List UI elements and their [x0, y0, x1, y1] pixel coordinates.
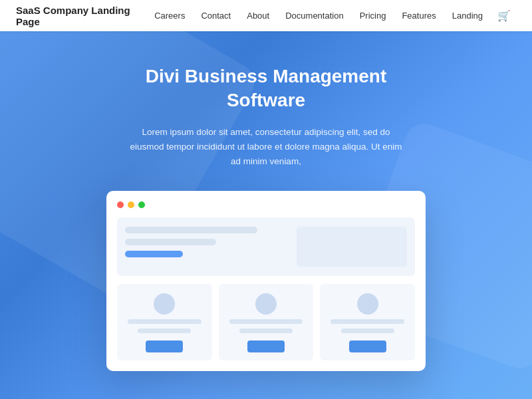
nav-pricing[interactable]: Pricing [353, 7, 393, 25]
card-1-line-2 [138, 329, 191, 333]
mockup-bar-1 [125, 227, 257, 233]
mockup-text-block [125, 227, 290, 267]
card-3-line-2 [341, 329, 394, 333]
nav-careers[interactable]: Careers [148, 7, 192, 25]
mockup-card-2 [219, 284, 314, 360]
nav-documentation[interactable]: Documentation [279, 7, 350, 25]
card-1-line-1 [128, 319, 201, 324]
nav-about[interactable]: About [240, 7, 276, 25]
card-3-avatar [357, 293, 378, 315]
nav-features[interactable]: Features [395, 7, 442, 25]
mockup-top-area [117, 217, 415, 276]
hero-title: Divi Business Management Software [106, 65, 426, 113]
mockup-bar-2 [125, 239, 216, 245]
mockup-cards-row [117, 284, 415, 360]
nav-links: Careers Contact About Documentation Pric… [148, 5, 516, 26]
dot-green [138, 201, 145, 208]
hero-subtitle: Lorem ipsum dolor sit amet, consectetur … [126, 125, 406, 170]
card-2-line-1 [229, 319, 303, 324]
hero-section: Divi Business Management Software Lorem … [0, 31, 532, 399]
mockup-bar-accent [125, 251, 183, 257]
window-dots [117, 201, 415, 208]
dot-red [117, 201, 124, 208]
nav-landing[interactable]: Landing [446, 7, 489, 25]
dot-yellow [128, 201, 134, 208]
nav-contact[interactable]: Contact [194, 7, 237, 25]
card-1-button[interactable] [146, 340, 183, 352]
card-2-line-2 [239, 329, 293, 333]
card-2-avatar [255, 293, 277, 315]
site-logo: SaaS Company Landing Page [16, 5, 148, 27]
mockup-card-3 [320, 284, 415, 360]
app-mockup [106, 191, 426, 371]
card-3-button[interactable] [349, 340, 386, 352]
mockup-card-1 [117, 284, 212, 360]
card-2-button[interactable] [247, 340, 285, 352]
card-3-line-1 [331, 319, 404, 324]
cart-icon[interactable]: 🛒 [492, 5, 516, 26]
navbar: SaaS Company Landing Page Careers Contac… [0, 0, 532, 31]
mockup-image-placeholder [297, 227, 407, 267]
card-1-avatar [154, 293, 175, 315]
